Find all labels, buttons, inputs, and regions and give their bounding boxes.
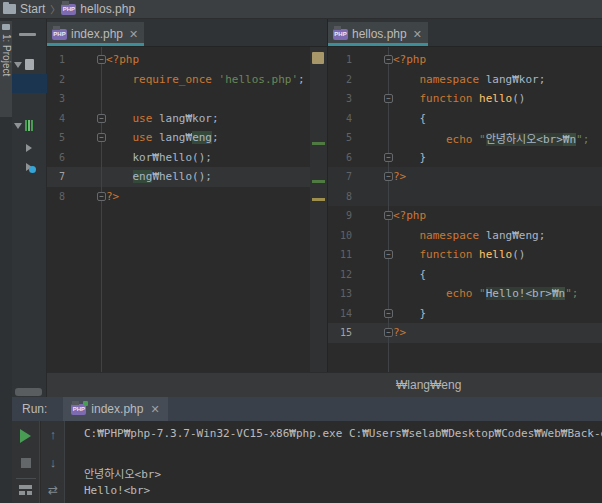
close-icon[interactable]: ✕ — [413, 29, 422, 40]
code-line[interactable]: 9−<?php — [328, 206, 602, 226]
fold-region-end-icon[interactable]: − — [97, 192, 106, 201]
code-line[interactable]: 2 namespace lang₩kor; — [328, 70, 602, 90]
breadcrumb-start[interactable]: Start — [20, 2, 45, 16]
close-icon[interactable]: ✕ — [129, 29, 138, 40]
toolbar-divider — [16, 478, 36, 479]
soft-wrap-button[interactable]: ⇄ — [41, 483, 65, 497]
code-line[interactable]: 8 — [328, 187, 602, 207]
fold-region-start-icon[interactable]: − — [384, 94, 393, 103]
warning-marker[interactable] — [312, 198, 325, 201]
code-editor-hellos[interactable]: 1−<?php2 namespace lang₩kor;3− function … — [328, 47, 602, 372]
fold-region-end-icon[interactable]: − — [384, 309, 393, 318]
code-line[interactable]: 3 — [47, 89, 327, 109]
restore-layout-button[interactable] — [19, 485, 32, 495]
code-line[interactable]: 10 namespace lang₩eng; — [328, 226, 602, 246]
code-text: namespace lang₩eng; — [388, 229, 602, 242]
ide-window: Start 〉 PHP hellos.php 1: Project — [0, 0, 602, 503]
expand-arrow-icon[interactable] — [26, 144, 32, 152]
code-line[interactable]: 2 require_once 'hellos.php'; — [47, 70, 327, 90]
code-text: namespace lang₩kor; — [388, 73, 602, 86]
code-editor-index[interactable]: 1−<?php2 require_once 'hellos.php';34− u… — [47, 47, 327, 372]
namespace-breadcrumb-bar: ₩lang₩eng — [47, 372, 602, 397]
code-line[interactable]: 1−<?php — [328, 50, 602, 70]
tab-index-php[interactable]: PHP index.php ✕ — [47, 22, 144, 46]
active-tab-underline — [328, 43, 428, 46]
console-output[interactable]: C:₩PHP₩php-7.3.7-Win32-VC15-x86₩php.exe … — [66, 421, 602, 503]
code-text: echo "Hello!<br>₩n"; — [388, 287, 602, 300]
console-line: Hello!<br> — [84, 484, 602, 503]
code-line[interactable]: 4 { — [328, 109, 602, 129]
hide-panel-button[interactable] — [19, 33, 36, 36]
code-line[interactable]: 11− function hello() — [328, 245, 602, 265]
code-line[interactable]: 13 echo "Hello!<br>₩n"; — [328, 284, 602, 304]
fold-region-start-icon[interactable]: − — [384, 55, 393, 64]
code-line[interactable]: 7−?> — [328, 167, 602, 187]
up-stack-trace-button[interactable]: ↑ — [41, 427, 65, 442]
tree-row-library[interactable] — [12, 116, 47, 135]
inspections-indicator-icon[interactable] — [312, 52, 324, 64]
fold-region-end-icon[interactable]: − — [384, 153, 393, 162]
code-line[interactable]: 3− function hello() — [328, 89, 602, 109]
tree-row-collapsed[interactable] — [12, 138, 47, 157]
fold-column: − — [352, 328, 388, 337]
code-line[interactable]: 4− use lang₩kor; — [47, 109, 327, 129]
code-text: require_once 'hellos.php'; — [101, 73, 327, 86]
vcs-change-marker[interactable] — [312, 180, 325, 183]
code-line[interactable]: 12 { — [328, 265, 602, 285]
collapse-arrow-icon[interactable] — [14, 123, 22, 129]
tab-bar-left: PHP index.php ✕ — [47, 19, 327, 47]
line-number: 14 — [328, 308, 352, 319]
code-text: ?> — [388, 170, 602, 183]
fold-column: − — [352, 211, 388, 220]
code-line[interactable]: 5− use lang₩eng; — [47, 128, 327, 148]
code-line[interactable]: 1−<?php — [47, 50, 327, 70]
tree-row-selected[interactable] — [12, 74, 47, 93]
rerun-button[interactable] — [20, 429, 31, 443]
line-number: 5 — [328, 132, 352, 143]
tool-window-bar: 1: Project — [0, 19, 12, 503]
line-number: 4 — [328, 113, 352, 124]
line-number: 3 — [47, 93, 65, 104]
code-line[interactable]: 7 eng₩hello(); — [47, 167, 327, 187]
breadcrumb-file[interactable]: hellos.php — [80, 2, 135, 16]
fold-region-end-icon[interactable]: − — [97, 133, 106, 142]
code-line[interactable]: 5 echo "안녕하시오<br>₩n"; — [328, 128, 602, 148]
chevron-right-icon: 〉 — [50, 2, 60, 17]
vcs-change-marker[interactable] — [312, 142, 325, 145]
tree-row-root[interactable] — [12, 55, 47, 74]
down-stack-trace-button[interactable]: ↓ — [41, 455, 65, 470]
fold-region-start-icon[interactable]: − — [384, 211, 393, 220]
line-number: 2 — [328, 74, 352, 85]
line-number: 13 — [328, 288, 352, 299]
project-button-label: 1: Project — [1, 34, 12, 76]
line-number: 15 — [328, 327, 352, 338]
console-line: C:₩PHP₩php-7.3.7-Win32-VC15-x86₩php.exe … — [84, 427, 602, 446]
namespace-breadcrumb[interactable]: ₩lang₩eng — [396, 378, 461, 392]
project-tool-window-button[interactable]: 1: Project — [0, 21, 12, 117]
fold-region-end-icon[interactable]: − — [384, 172, 393, 181]
fold-region-start-icon[interactable]: − — [97, 55, 106, 64]
fold-column: − — [352, 172, 388, 181]
tree-row-file[interactable] — [12, 158, 47, 177]
tab-hellos-php[interactable]: PHP hellos.php ✕ — [328, 22, 428, 46]
navigation-bar: Start 〉 PHP hellos.php — [0, 0, 602, 19]
line-number: 6 — [47, 152, 65, 163]
line-number: 12 — [328, 269, 352, 280]
code-line[interactable]: 6 kor₩hello(); — [47, 148, 327, 168]
line-number: 8 — [47, 191, 65, 202]
code-line[interactable]: 14− } — [328, 304, 602, 324]
horizontal-scrollbar[interactable] — [15, 388, 42, 396]
run-tab-index-php[interactable]: PHP index.php ✕ — [63, 397, 167, 421]
fold-region-start-icon[interactable]: − — [384, 250, 393, 259]
error-stripe[interactable] — [310, 47, 327, 372]
fold-region-end-icon[interactable]: − — [384, 328, 393, 337]
close-icon[interactable]: ✕ — [150, 404, 159, 415]
stop-button[interactable] — [21, 458, 31, 468]
tab-label: index.php — [91, 402, 143, 416]
code-line[interactable]: 6− } — [328, 148, 602, 168]
collapse-arrow-icon[interactable] — [14, 62, 22, 68]
console-toolbar: ↑ ↓ ⇄ — [41, 421, 65, 503]
fold-region-start-icon[interactable]: − — [97, 114, 106, 123]
code-line[interactable]: 15−?> — [328, 323, 602, 343]
code-line[interactable]: 8−?> — [47, 187, 327, 207]
